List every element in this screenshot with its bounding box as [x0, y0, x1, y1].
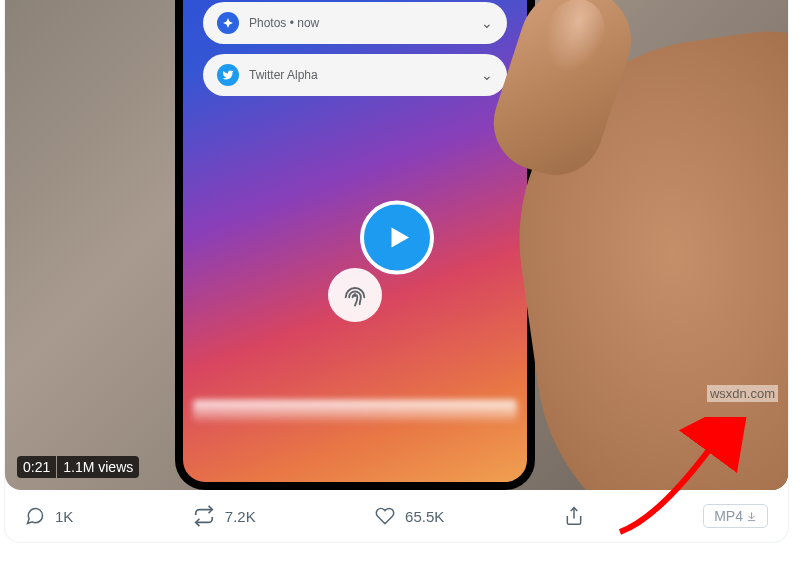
retweet-icon: [193, 505, 215, 527]
photos-icon: [217, 12, 239, 34]
retweet-count: 7.2K: [225, 508, 256, 525]
video-views: 1.1M views: [57, 456, 139, 478]
download-label: MP4: [714, 508, 743, 524]
video-duration: 0:21: [17, 456, 56, 478]
download-icon: [746, 511, 757, 522]
notification-label: Twitter Alpha: [249, 68, 481, 82]
heart-icon: [375, 506, 395, 526]
notification-label: Photos • now: [249, 16, 481, 30]
watermark: wsxdn.com: [707, 385, 778, 402]
video-player[interactable]: Phone • 2h ⌄ Photos • now ⌄: [5, 0, 788, 490]
notification-item: Twitter Alpha ⌄: [203, 54, 507, 96]
reply-count: 1K: [55, 508, 73, 525]
download-mp4-button[interactable]: MP4: [703, 504, 768, 528]
notification-item: Photos • now ⌄: [203, 2, 507, 44]
share-button[interactable]: [564, 506, 584, 526]
phone-mockup: Phone • 2h ⌄ Photos • now ⌄: [175, 0, 535, 490]
like-button[interactable]: 65.5K: [375, 506, 444, 526]
tweet-actions: 1K 7.2K 65.5K MP4: [5, 490, 788, 542]
screen-glare: [193, 400, 517, 422]
share-icon: [564, 506, 584, 526]
play-icon: [384, 221, 414, 255]
hand: [488, 0, 788, 490]
reply-button[interactable]: 1K: [25, 506, 73, 526]
video-meta: 0:21 1.1M views: [17, 456, 139, 478]
retweet-button[interactable]: 7.2K: [193, 505, 256, 527]
like-count: 65.5K: [405, 508, 444, 525]
twitter-icon: [217, 64, 239, 86]
notification-list: Phone • 2h ⌄ Photos • now ⌄: [203, 0, 507, 106]
phone-screen: Phone • 2h ⌄ Photos • now ⌄: [183, 0, 527, 482]
fingerprint-icon: [328, 268, 382, 322]
play-button[interactable]: [360, 201, 434, 275]
tweet-card: Phone • 2h ⌄ Photos • now ⌄: [4, 0, 789, 543]
reply-icon: [25, 506, 45, 526]
svg-marker-3: [392, 228, 410, 248]
